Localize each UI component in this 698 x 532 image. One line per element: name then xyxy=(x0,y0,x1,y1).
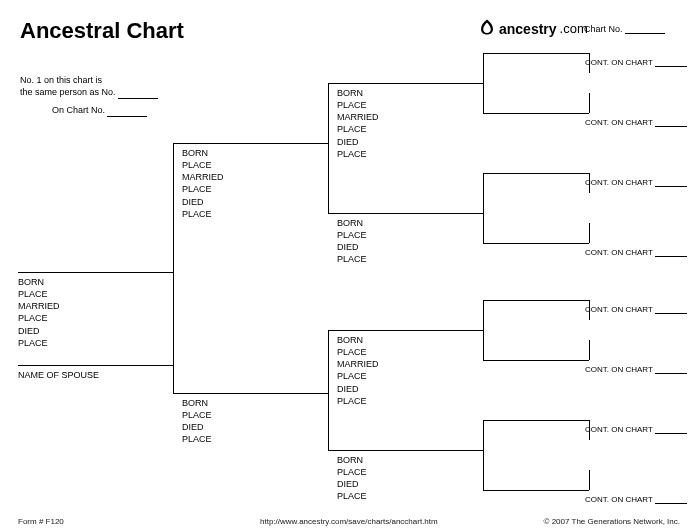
g4-4-line[interactable] xyxy=(483,243,563,244)
g4-2-line[interactable] xyxy=(483,113,563,114)
cont-5[interactable]: CONT. ON CHART xyxy=(585,305,687,314)
cont-6[interactable]: CONT. ON CHART xyxy=(585,365,687,374)
g4-8-line[interactable] xyxy=(483,490,563,491)
note-line3[interactable]: On Chart No. xyxy=(52,104,147,117)
bracket-g3pgm-g4 xyxy=(483,173,484,243)
g3-pgf-name-line[interactable] xyxy=(328,83,483,84)
bracket-g1-g2 xyxy=(173,143,174,393)
cont-8[interactable]: CONT. ON CHART xyxy=(585,495,687,504)
spouse-name-line[interactable] xyxy=(18,365,173,366)
spouse-label: NAME OF SPOUSE xyxy=(18,369,99,381)
brand-logo: ancestry.com xyxy=(478,18,588,39)
g3-pgf-fields: BORN PLACE MARRIED PLACE DIED PLACE xyxy=(337,87,379,160)
leaf-icon xyxy=(478,18,496,39)
g4-5-line[interactable] xyxy=(483,300,563,301)
bracket-g2m-g3 xyxy=(328,330,329,450)
g3-mgm-fields: BORN PLACE DIED PLACE xyxy=(337,454,367,503)
g4-3-line[interactable] xyxy=(483,173,563,174)
g3-mgm-name-line[interactable] xyxy=(328,450,483,451)
bracket-g3mgf-g4 xyxy=(483,300,484,360)
footer-form: Form # F120 xyxy=(18,517,64,526)
gen2-mother-fields: BORN PLACE DIED PLACE xyxy=(182,397,212,446)
page: Ancestral Chart ancestry.com Chart No. N… xyxy=(0,0,698,532)
bracket-g3pgf-g4 xyxy=(483,53,484,113)
bracket-g2f-g3 xyxy=(328,83,329,213)
chart-no-field[interactable]: Chart No. xyxy=(584,24,665,34)
brand-text: ancestry xyxy=(499,21,557,37)
footer-copyright: © 2007 The Generations Network, Inc. xyxy=(544,517,680,526)
gen2-father-fields: BORN PLACE MARRIED PLACE DIED PLACE xyxy=(182,147,224,220)
gen2-father-name-line[interactable] xyxy=(173,143,328,144)
cont-7[interactable]: CONT. ON CHART xyxy=(585,425,687,434)
g4-7-line[interactable] xyxy=(483,420,563,421)
gen2-mother-name-line[interactable] xyxy=(173,393,328,394)
g3-mgf-fields: BORN PLACE MARRIED PLACE DIED PLACE xyxy=(337,334,379,407)
gen1-fields: BORN PLACE MARRIED PLACE DIED PLACE xyxy=(18,276,60,349)
note-line2[interactable]: the same person as No. xyxy=(20,86,158,99)
bracket-g3mgm-g4 xyxy=(483,420,484,490)
g3-pgm-name-line[interactable] xyxy=(328,213,483,214)
footer-url: http://www.ancestry.com/save/charts/ancc… xyxy=(260,517,438,526)
page-title: Ancestral Chart xyxy=(20,18,184,44)
gen1-name-line[interactable] xyxy=(18,272,173,273)
cont-1[interactable]: CONT. ON CHART xyxy=(585,58,687,67)
cont-4[interactable]: CONT. ON CHART xyxy=(585,248,687,257)
g3-mgf-name-line[interactable] xyxy=(328,330,483,331)
cont-2[interactable]: CONT. ON CHART xyxy=(585,118,687,127)
g4-1-line[interactable] xyxy=(483,53,563,54)
cont-3[interactable]: CONT. ON CHART xyxy=(585,178,687,187)
chart-no-label: Chart No. xyxy=(584,24,623,34)
g4-6-line[interactable] xyxy=(483,360,563,361)
note-line1: No. 1 on this chart is xyxy=(20,74,102,87)
g3-pgm-fields: BORN PLACE DIED PLACE xyxy=(337,217,367,266)
